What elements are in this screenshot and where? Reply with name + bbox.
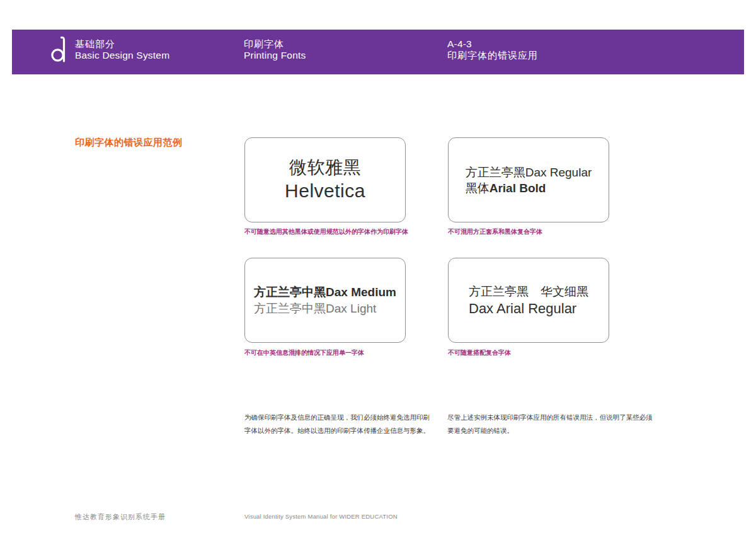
header-section-title-cn: 基础部分: [75, 38, 169, 50]
example-3-text-block: 方正兰亭中黑Dax Medium 方正兰亭中黑Dax Light: [254, 284, 396, 317]
example-box-4: 方正兰亭黑 华文细黑 Dax Arial Regular: [448, 258, 609, 343]
example-box-3: 方正兰亭中黑Dax Medium 方正兰亭中黑Dax Light: [244, 258, 406, 343]
example-3-line-2: 方正兰亭中黑Dax Light: [254, 301, 396, 317]
header-page-code: A-4-3: [447, 38, 538, 50]
example-2-text-block: 方正兰亭黑Dax Regular 黑体Arial Bold: [466, 164, 592, 196]
footer-manual-title-cn: 惟达教育形象识别系统手册: [75, 512, 166, 522]
header-topic-title-cn: 印刷字体: [244, 38, 306, 50]
header-topic-title-en: Printing Fonts: [244, 50, 306, 61]
note-left-line-1: 为确保印刷字体及信息的正确呈现，我们必须始终避免选用印刷: [244, 411, 430, 424]
note-right-line-1: 尽管上述实例未体现印刷字体应用的所有错误用法，但说明了某些必须: [447, 411, 653, 424]
example-3-line-1: 方正兰亭中黑Dax Medium: [254, 284, 396, 301]
example-2-line-1: 方正兰亭黑Dax Regular: [466, 164, 592, 180]
header-topic-block: 印刷字体 Printing Fonts: [244, 38, 306, 61]
example-4-line-2: Dax Arial Regular: [469, 299, 588, 318]
header-section-title-en: Basic Design System: [75, 50, 169, 61]
logo-a-icon: [51, 35, 66, 63]
example-2-caption: 不可混用方正套系和黑体复合字体: [448, 227, 542, 236]
example-2-line-2-cn: 黑体: [466, 181, 490, 195]
note-right-line-2: 要避免的可能的错误。: [447, 424, 653, 437]
note-right: 尽管上述实例未体现印刷字体应用的所有错误用法，但说明了某些必须 要避免的可能的错…: [447, 411, 653, 437]
note-left: 为确保印刷字体及信息的正确呈现，我们必须始终避免选用印刷 字体以外的字体。始终以…: [244, 411, 430, 437]
example-box-1: 微软雅黑 Helvetica: [244, 137, 406, 222]
example-2-line-2: 黑体Arial Bold: [466, 180, 592, 196]
example-3-caption: 不可在中英信息混排的情况下应用单一字体: [244, 348, 364, 357]
example-box-2: 方正兰亭黑Dax Regular 黑体Arial Bold: [448, 137, 609, 222]
example-1-caption: 不可随意选用其他黑体或使用规范以外的字体作为印刷字体: [244, 227, 408, 236]
manual-page: 基础部分 Basic Design System 印刷字体 Printing F…: [0, 0, 756, 535]
header-bar: 基础部分 Basic Design System 印刷字体 Printing F…: [12, 30, 744, 74]
footer-manual-title-en: Visual Identity System Manual for WIDER …: [244, 513, 398, 520]
example-4-line-1: 方正兰亭黑 华文细黑: [469, 284, 588, 299]
example-2-line-2-en: Arial Bold: [490, 181, 546, 195]
header-subtopic-title-cn: 印刷字体的错误应用: [447, 50, 538, 61]
example-1-line-1: 微软雅黑: [289, 157, 361, 178]
header-page-code-block: A-4-3 印刷字体的错误应用: [447, 38, 538, 61]
note-left-line-2: 字体以外的字体。始终以选用的印刷字体传播企业信息与形象。: [244, 424, 430, 437]
page-heading: 印刷字体的错误应用范例: [75, 137, 183, 149]
example-1-line-2: Helvetica: [285, 178, 365, 204]
example-4-text-block: 方正兰亭黑 华文细黑 Dax Arial Regular: [469, 284, 588, 318]
header-section-block: 基础部分 Basic Design System: [75, 38, 169, 61]
example-4-caption: 不可随意搭配复合字体: [448, 348, 511, 357]
